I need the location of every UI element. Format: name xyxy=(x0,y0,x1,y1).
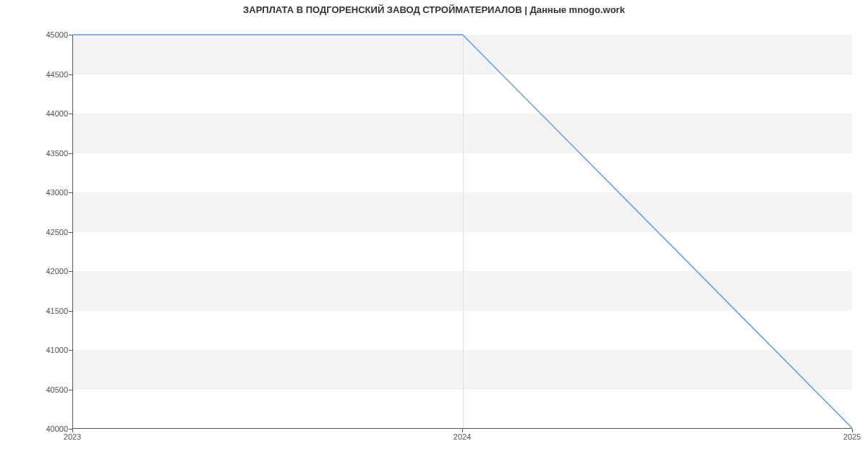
y-tick-label: 43000 xyxy=(25,188,68,197)
y-tick-mark xyxy=(69,271,72,272)
series-line xyxy=(73,35,852,428)
y-tick-label: 41500 xyxy=(25,307,68,315)
x-tick-mark xyxy=(72,429,73,432)
y-tick-label: 44500 xyxy=(25,70,68,79)
chart-container: ЗАРПЛАТА В ПОДГОРЕНСКИЙ ЗАВОД СТРОЙМАТЕР… xyxy=(0,0,868,470)
y-tick-mark xyxy=(69,192,72,193)
y-tick-label: 42500 xyxy=(25,228,68,236)
y-tick-label: 40500 xyxy=(25,385,68,394)
data-line xyxy=(73,35,852,428)
y-tick-label: 44000 xyxy=(25,109,68,118)
x-tick-mark xyxy=(462,429,463,432)
y-tick-label: 42000 xyxy=(25,267,68,275)
x-tick-mark xyxy=(852,429,853,432)
y-tick-mark xyxy=(69,311,72,312)
y-tick-mark xyxy=(69,350,72,351)
y-tick-mark xyxy=(69,35,72,35)
x-tick-label: 2023 xyxy=(64,432,81,441)
y-tick-label: 43500 xyxy=(25,149,68,158)
plot-area xyxy=(72,35,852,429)
y-tick-mark xyxy=(69,153,72,154)
x-tick-label: 2025 xyxy=(843,432,861,441)
y-tick-mark xyxy=(69,74,72,75)
y-tick-label: 40000 xyxy=(25,424,68,433)
y-tick-mark xyxy=(69,114,72,114)
y-tick-mark xyxy=(69,390,72,390)
y-tick-label: 41000 xyxy=(25,346,68,354)
chart-title: ЗАРПЛАТА В ПОДГОРЕНСКИЙ ЗАВОД СТРОЙМАТЕР… xyxy=(0,4,868,15)
x-tick-label: 2024 xyxy=(454,432,471,441)
y-tick-label: 45000 xyxy=(25,30,68,39)
y-tick-mark xyxy=(69,232,72,233)
